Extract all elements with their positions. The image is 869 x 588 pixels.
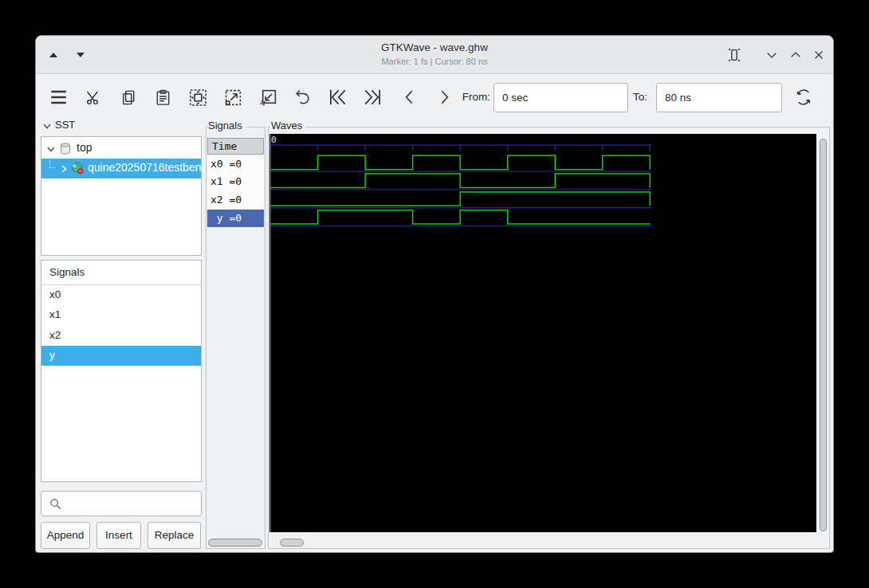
module-icon [70, 161, 85, 175]
wave-canvas[interactable]: 0 [269, 134, 816, 532]
paste-button[interactable] [148, 83, 177, 112]
menu-icon [48, 87, 69, 108]
cylinder-icon [59, 142, 72, 155]
cut-button[interactable] [79, 83, 108, 112]
window-title: GTKWave - wave.ghw [36, 41, 833, 53]
menu-button[interactable] [44, 83, 73, 112]
wave-svg [269, 134, 816, 532]
insert-button[interactable]: Insert [96, 522, 141, 549]
expander-down-icon[interactable] [46, 144, 56, 154]
tree-guide-line [49, 160, 56, 168]
zoom-fit-icon [188, 88, 208, 108]
signal-list-item[interactable]: x1 [41, 305, 201, 325]
signal-list-header: Signals [41, 261, 201, 285]
signal-name-row[interactable]: y =0 [207, 210, 264, 228]
time-marker-line[interactable] [270, 134, 272, 532]
chevron-up-icon [788, 48, 803, 62]
zoom-in-button[interactable] [218, 83, 247, 112]
tree-item-label: top [77, 141, 92, 154]
tree-item-label: quine20250716testbench [88, 161, 201, 174]
replace-button[interactable]: Replace [147, 522, 201, 549]
to-end-icon [361, 86, 383, 108]
maximize-button[interactable] [725, 45, 744, 65]
signals-frame-label: Signals [207, 120, 246, 131]
sst-tree-panel: top quine20250716testbench [41, 136, 202, 256]
zoom-to-end-button[interactable] [358, 83, 387, 112]
from-input[interactable] [493, 83, 628, 112]
signal-list-panel: Signals x0x1x2y [41, 260, 202, 482]
to-label: To: [633, 91, 653, 103]
copy-icon [120, 88, 138, 107]
sst-expander-down-icon[interactable] [42, 121, 52, 131]
sst-tree-item-testbench[interactable]: quine20250716testbench [41, 159, 201, 178]
time-header[interactable]: Time [207, 138, 264, 155]
signal-name-row[interactable]: x1 =0 [207, 173, 264, 191]
chevron-down-icon [765, 48, 779, 62]
zoom-in-icon [223, 88, 243, 108]
expander-right-icon[interactable] [59, 164, 69, 174]
signal-search-box[interactable] [41, 491, 202, 516]
zoom-to-start-button[interactable] [324, 83, 352, 112]
close-icon [812, 48, 826, 62]
titlebar[interactable]: GTKWave - wave.ghw Marker: 1 fs | Cursor… [36, 36, 833, 74]
from-label: From: [450, 91, 490, 103]
signal-list-item[interactable]: y [41, 346, 201, 366]
undo-button[interactable] [289, 83, 317, 112]
roll-up-button[interactable] [786, 45, 805, 65]
to-start-icon [327, 86, 349, 108]
signal-name-row[interactable]: x0 =0 [207, 155, 264, 174]
signal-name-row[interactable]: x2 =0 [207, 191, 264, 210]
sst-header: SST [55, 119, 75, 131]
signal-list-item[interactable]: x2 [41, 326, 201, 346]
signals-hscrollbar-thumb[interactable] [208, 539, 262, 547]
roll-down-button[interactable] [762, 45, 781, 65]
search-icon [48, 496, 62, 511]
zoom-out-button[interactable] [254, 83, 282, 112]
undo-icon [293, 88, 313, 107]
close-button[interactable] [809, 45, 828, 65]
append-button[interactable]: Append [41, 522, 90, 549]
waves-frame-label: Waves [270, 120, 306, 131]
fetch-left-button[interactable] [395, 83, 424, 112]
waves-hscrollbar-thumb[interactable] [280, 539, 304, 547]
reload-icon [793, 87, 814, 108]
paste-icon [154, 88, 172, 107]
maximize-icon [725, 46, 743, 64]
copy-button[interactable] [114, 83, 143, 112]
gtkwave-window: GTKWave - wave.ghw Marker: 1 fs | Cursor… [35, 35, 834, 553]
cut-icon [85, 88, 103, 107]
chevron-left-icon [399, 87, 420, 108]
marker-cursor-status: Marker: 1 fs | Cursor: 80 ns [36, 57, 833, 66]
ruler-origin-label: 0 [271, 135, 277, 145]
zoom-fit-button[interactable] [183, 83, 212, 112]
signal-list-rows: x0x1x2y [41, 285, 201, 366]
search-input[interactable] [65, 492, 199, 515]
signal-name-rows: x0 =0x1 =0x2 =0 y =0 [207, 155, 264, 228]
to-input[interactable] [656, 83, 782, 112]
sst-tree-item-top[interactable]: top [41, 139, 201, 159]
reload-button[interactable] [789, 83, 818, 112]
signal-list-item[interactable]: x0 [41, 285, 201, 305]
waves-vscrollbar-thumb[interactable] [820, 139, 827, 531]
zoom-out-icon [258, 88, 278, 108]
